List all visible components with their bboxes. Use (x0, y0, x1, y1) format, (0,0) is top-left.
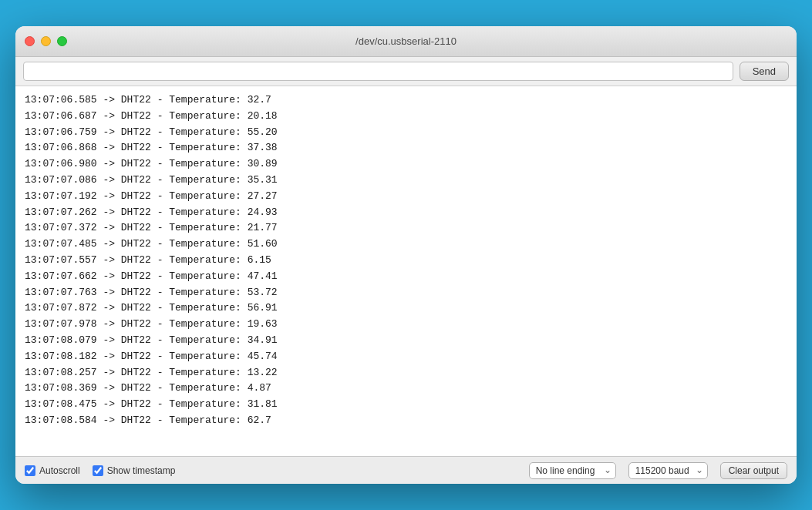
log-line: 13:07:07.978 -> DHT22 - Temperature: 19.… (25, 317, 787, 333)
window-title: /dev/cu.usbserial-2110 (355, 35, 457, 47)
minimize-button[interactable] (41, 36, 51, 46)
log-line: 13:07:06.759 -> DHT22 - Temperature: 55.… (25, 125, 787, 141)
log-line: 13:07:07.192 -> DHT22 - Temperature: 27.… (25, 189, 787, 205)
baud-rate-select[interactable]: 300 baud1200 baud2400 baud4800 baud9600 … (628, 462, 708, 479)
send-area: Send (15, 57, 797, 86)
line-ending-select[interactable]: No line endingNewlineCarriage returnBoth… (529, 462, 616, 479)
log-line: 13:07:07.763 -> DHT22 - Temperature: 53.… (25, 285, 787, 301)
clear-output-button[interactable]: Clear output (720, 462, 787, 479)
log-line: 13:07:07.872 -> DHT22 - Temperature: 56.… (25, 300, 787, 317)
autoscroll-label[interactable]: Autoscroll (25, 465, 80, 476)
send-button[interactable]: Send (740, 62, 789, 81)
show-timestamp-label[interactable]: Show timestamp (93, 465, 176, 476)
log-line: 13:07:07.662 -> DHT22 - Temperature: 47.… (25, 269, 787, 285)
send-input[interactable] (23, 62, 733, 81)
log-line: 13:07:06.687 -> DHT22 - Temperature: 20.… (25, 109, 787, 125)
line-ending-dropdown[interactable]: No line endingNewlineCarriage returnBoth… (529, 462, 616, 479)
log-line: 13:07:06.585 -> DHT22 - Temperature: 32.… (25, 92, 787, 109)
serial-output[interactable]: 13:07:06.585 -> DHT22 - Temperature: 32.… (15, 86, 797, 456)
show-timestamp-checkbox[interactable] (93, 465, 103, 476)
status-bar: Autoscroll Show timestamp No line ending… (15, 456, 797, 484)
log-line: 13:07:07.485 -> DHT22 - Temperature: 51.… (25, 237, 787, 253)
show-timestamp-text: Show timestamp (107, 465, 176, 476)
log-line: 13:07:08.369 -> DHT22 - Temperature: 4.8… (25, 381, 787, 397)
title-bar: /dev/cu.usbserial-2110 (15, 26, 797, 57)
close-button[interactable] (25, 36, 35, 46)
log-line: 13:07:08.182 -> DHT22 - Temperature: 45.… (25, 349, 787, 365)
log-line: 13:07:07.372 -> DHT22 - Temperature: 21.… (25, 220, 787, 237)
log-line: 13:07:08.257 -> DHT22 - Temperature: 13.… (25, 365, 787, 381)
traffic-lights (25, 36, 67, 46)
log-line: 13:07:06.868 -> DHT22 - Temperature: 37.… (25, 140, 787, 156)
maximize-button[interactable] (57, 36, 67, 46)
log-line: 13:07:07.557 -> DHT22 - Temperature: 6.1… (25, 253, 787, 269)
serial-monitor-window: /dev/cu.usbserial-2110 Send 13:07:06.585… (15, 26, 797, 484)
log-line: 13:07:08.584 -> DHT22 - Temperature: 62.… (25, 413, 787, 429)
log-line: 13:07:08.079 -> DHT22 - Temperature: 34.… (25, 333, 787, 349)
log-line: 13:07:07.086 -> DHT22 - Temperature: 35.… (25, 173, 787, 189)
autoscroll-text: Autoscroll (39, 465, 80, 476)
log-line: 13:07:07.262 -> DHT22 - Temperature: 24.… (25, 205, 787, 221)
log-line: 13:07:06.980 -> DHT22 - Temperature: 30.… (25, 156, 787, 173)
autoscroll-checkbox[interactable] (25, 465, 35, 476)
log-line: 13:07:08.475 -> DHT22 - Temperature: 31.… (25, 397, 787, 413)
baud-rate-dropdown[interactable]: 300 baud1200 baud2400 baud4800 baud9600 … (628, 462, 708, 479)
